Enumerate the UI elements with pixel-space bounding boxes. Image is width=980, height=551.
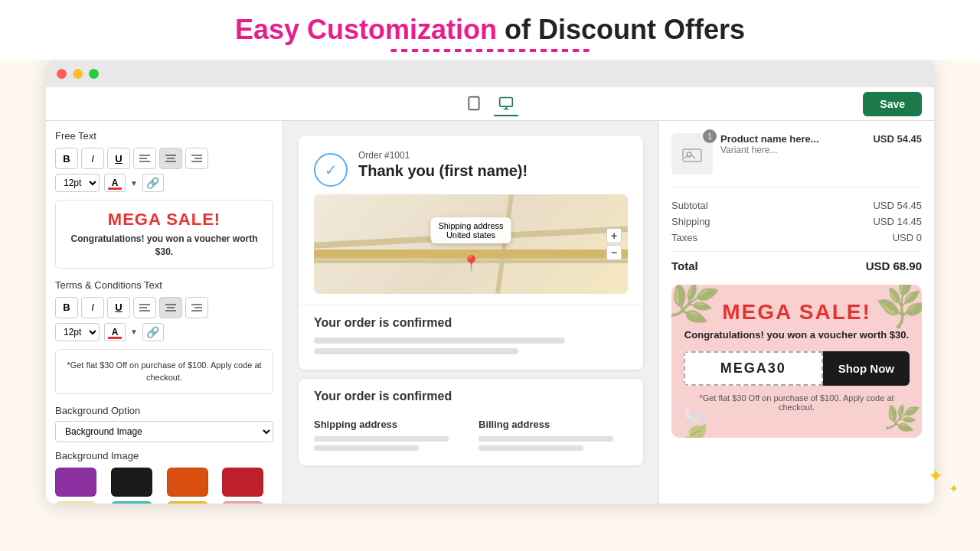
terms-font-row: 12pt A ▼ 🔗 <box>55 323 273 341</box>
map-zoom-controls: + − <box>606 228 622 260</box>
billing-address-label: Billing address <box>479 419 628 430</box>
swatch-dark-red[interactable] <box>222 468 263 497</box>
billing-address-col: Billing address <box>479 419 628 455</box>
order-info: Order #1001 Thank you (first name)! <box>358 150 528 180</box>
promo-terms-text: *Get flat $30 Off on purchase of $100. A… <box>684 393 910 412</box>
title-highlight: Easy Customization <box>235 14 497 45</box>
order-header: ✓ Order #1001 Thank you (first name)! <box>299 136 643 194</box>
promo-congrats-text: Congratulations! you won a voucher worth… <box>684 329 910 341</box>
promo-inner: MEGA SALE! Congratulations! you won a vo… <box>671 285 922 427</box>
window-minimize-dot[interactable] <box>73 69 83 79</box>
placeholder-line-2 <box>314 348 518 354</box>
checkmark-icon: ✓ <box>325 161 338 179</box>
map-popup-line2: United states <box>438 230 503 240</box>
zoom-out-button[interactable]: − <box>606 245 622 260</box>
underline-button[interactable]: U <box>107 148 130 169</box>
shipping-row: Shipping USD 14.45 <box>671 216 922 227</box>
window-maximize-dot[interactable] <box>89 69 99 79</box>
tablet-view-button[interactable] <box>462 92 486 116</box>
subtotal-value: USD 54.45 <box>873 200 922 211</box>
check-circle-icon: ✓ <box>314 153 348 187</box>
swatch-pink[interactable] <box>222 501 263 504</box>
save-button[interactable]: Save <box>863 92 922 116</box>
color-dropdown-icon[interactable]: ▼ <box>130 179 138 187</box>
swatch-yellow[interactable] <box>167 501 208 504</box>
map-background: Shipping address United states 📍 + − <box>314 194 628 294</box>
swatch-black[interactable] <box>111 468 152 497</box>
terms-underline-button[interactable]: U <box>107 297 130 318</box>
align-right-button[interactable] <box>185 148 208 169</box>
terms-italic-button[interactable]: I <box>81 297 104 318</box>
bold-button[interactable]: B <box>55 148 78 169</box>
main-window: Save Free Text B I U <box>46 60 934 504</box>
text-format-toolbar: B I U <box>55 148 273 169</box>
product-details: Product name here... Variant here... <box>720 133 865 155</box>
title-underline <box>390 49 590 52</box>
confirmed-title-2: Your order is confirmed <box>314 390 628 403</box>
promo-code-row: MEGA30 Shop Now <box>684 351 910 386</box>
free-text-label: Free Text <box>55 130 273 142</box>
swatch-yellow-light[interactable] <box>55 501 96 504</box>
subtotal-label: Subtotal <box>671 200 708 211</box>
window-close-dot[interactable] <box>57 69 67 79</box>
total-value: USD 68.90 <box>866 259 922 272</box>
terms-link-button[interactable]: 🔗 <box>142 323 164 341</box>
shipping-label: Shipping <box>671 216 710 227</box>
promo-banner: 🌿 🌿 🍃 🌿 MEGA SALE! Congratulations! you … <box>671 285 922 438</box>
terms-align-center-button[interactable] <box>159 297 182 318</box>
order-number: Order #1001 <box>358 150 528 161</box>
terms-bold-button[interactable]: B <box>55 297 78 318</box>
product-image-wrap: 1 <box>671 133 713 174</box>
swatch-orange[interactable] <box>167 468 208 497</box>
title-bar <box>46 60 934 87</box>
placeholder-line-1 <box>314 337 565 344</box>
billing-line-2 <box>479 445 583 451</box>
address-row: Shipping address Billing address <box>299 419 643 465</box>
promo-code-box: MEGA30 <box>684 351 823 386</box>
shipping-address-col: Shipping address <box>314 419 463 455</box>
terms-color-dropdown-icon[interactable]: ▼ <box>130 328 138 336</box>
confirmed-section-1: Your order is confirmed <box>299 305 643 370</box>
text-color-button[interactable]: A <box>104 174 126 192</box>
map-popup-line1: Shipping address <box>438 221 503 230</box>
terms-preview-text: *Get flat $30 Off on purchase of $100. A… <box>65 359 263 384</box>
product-quantity-badge: 1 <box>703 129 717 143</box>
bg-option-label: Background Option <box>55 405 273 416</box>
right-panel: 1 Product name here... Variant here... U… <box>658 121 934 504</box>
total-row: Total USD 68.90 <box>671 251 922 272</box>
font-size-select[interactable]: 12pt <box>55 174 100 192</box>
svg-rect-0 <box>469 96 479 109</box>
desktop-view-button[interactable] <box>494 92 518 116</box>
star-decoration-4: ✦ <box>928 465 943 487</box>
terms-align-right-button[interactable] <box>185 297 208 318</box>
shop-now-button[interactable]: Shop Now <box>823 351 910 386</box>
product-variant: Variant here... <box>720 145 865 155</box>
product-name: Product name here... <box>720 133 865 145</box>
align-center-button[interactable] <box>159 148 182 169</box>
terms-align-left-button[interactable] <box>133 297 156 318</box>
map-container: Shipping address United states 📍 + − <box>314 194 628 294</box>
taxes-row: Taxes USD 0 <box>671 232 922 243</box>
preview-mega-sale-text: MEGA SALE! <box>65 210 263 230</box>
billing-line-1 <box>479 436 613 442</box>
swatch-teal[interactable] <box>111 501 152 504</box>
center-panel: ✓ Order #1001 Thank you (first name)! <box>283 121 658 504</box>
device-toggle-group <box>462 92 518 116</box>
zoom-in-button[interactable]: + <box>606 228 622 243</box>
product-row: 1 Product name here... Variant here... U… <box>671 133 922 187</box>
swatch-purple[interactable] <box>55 468 96 497</box>
link-button[interactable]: 🔗 <box>142 174 164 192</box>
page-header: Easy Customization of Discount Offers <box>0 0 980 60</box>
italic-button[interactable]: I <box>81 148 104 169</box>
align-left-button[interactable] <box>133 148 156 169</box>
confirmed-title-1: Your order is confirmed <box>314 316 628 330</box>
terms-color-button[interactable]: A <box>104 323 126 341</box>
map-marker-icon: 📍 <box>462 254 481 272</box>
terms-preview-box: *Get flat $30 Off on purchase of $100. A… <box>55 349 273 394</box>
map-popup: Shipping address United states <box>430 217 511 243</box>
bg-image-label: Background Image <box>55 450 273 461</box>
terms-font-size-select[interactable]: 12pt <box>55 323 100 341</box>
top-toolbar: Save <box>46 87 934 121</box>
second-card-header: Your order is confirmed <box>299 379 643 419</box>
bg-option-select[interactable]: Background Image <box>55 421 273 442</box>
